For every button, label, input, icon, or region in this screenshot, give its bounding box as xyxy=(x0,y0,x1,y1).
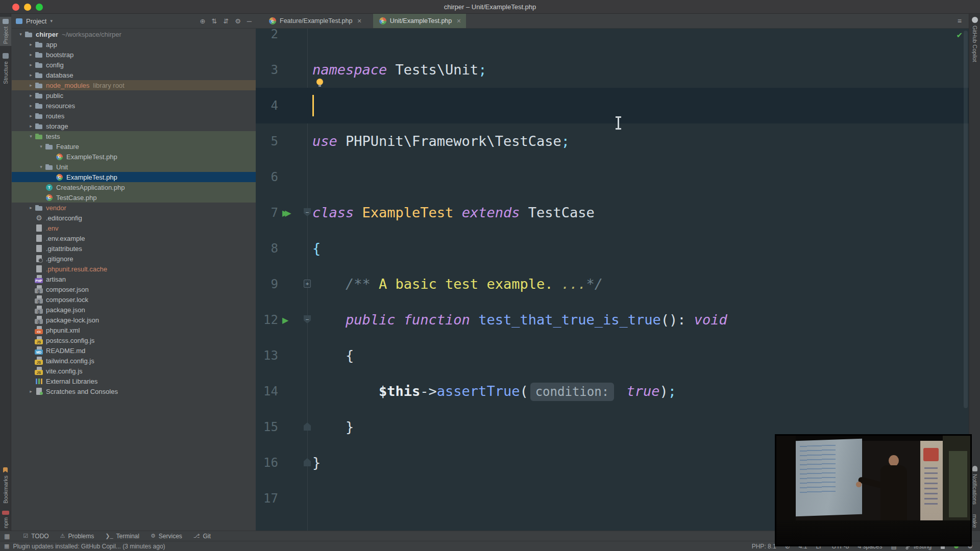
code-line-6[interactable]: 6 xyxy=(256,159,969,195)
close-tab-icon[interactable]: ✕ xyxy=(357,18,361,24)
tree-item-vendor[interactable]: ▸vendor xyxy=(12,203,256,213)
tree-item-feature[interactable]: ▾Feature xyxy=(12,141,256,152)
tree-item-package-json[interactable]: {}package.json xyxy=(12,305,256,315)
tree-item-unit[interactable]: ▾Unit xyxy=(12,162,256,172)
fold-minus-icon[interactable]: − xyxy=(304,208,311,216)
tree-item-postcss-config-js[interactable]: JSpostcss.config.js xyxy=(12,335,256,345)
tree-item-tailwind-config-js[interactable]: JStailwind.config.js xyxy=(12,356,256,366)
editor-options-icon[interactable]: ≡ xyxy=(958,14,969,28)
stripe-item-bookmarks[interactable]: Bookmarks xyxy=(3,467,9,504)
stripe-item-notifications[interactable]: Notifications xyxy=(972,466,978,505)
tree-item--gitignore[interactable]: .gitignore xyxy=(12,254,256,264)
tree-item-createsapplication-php[interactable]: TCreatesApplication.php xyxy=(12,182,256,192)
locate-icon[interactable]: ⊕ xyxy=(200,17,205,25)
tree-chevron-icon[interactable]: ▸ xyxy=(27,389,35,394)
tree-item-composer-lock[interactable]: {}composer.lock xyxy=(12,294,256,305)
tree-chevron-icon[interactable]: ▾ xyxy=(37,144,45,149)
tree-item--phpunit-result-cache[interactable]: .phpunit.result.cache xyxy=(12,264,256,274)
code-line-14[interactable]: 14 $this->assertTrue(condition: true); xyxy=(256,373,969,409)
hide-icon[interactable]: ─ xyxy=(247,17,252,25)
run-test-icon[interactable]: ▶ xyxy=(282,302,288,338)
window-titlebar[interactable]: chirper – Unit/ExampleTest.php xyxy=(0,0,980,14)
code-line-8[interactable]: 8{ xyxy=(256,231,969,266)
zoom-window-button[interactable] xyxy=(36,4,43,11)
tree-item-public[interactable]: ▸public xyxy=(12,90,256,101)
code-line-2[interactable]: 2 xyxy=(256,29,969,52)
tree-chevron-icon[interactable]: ▸ xyxy=(27,123,35,129)
stripe-item-structure[interactable]: Structure xyxy=(3,53,9,84)
tree-chevron-icon[interactable]: ▸ xyxy=(27,103,35,108)
tree-item-node-modules[interactable]: ▸node_moduleslibrary root xyxy=(12,80,256,90)
tree-item-external-libraries[interactable]: External Libraries xyxy=(12,376,256,386)
tree-item-config[interactable]: ▸config xyxy=(12,60,256,70)
tree-item--env[interactable]: .env xyxy=(12,223,256,233)
fold-plus-icon[interactable]: + xyxy=(304,280,311,288)
stripe-item-github-copilot[interactable]: GitHub Copilot xyxy=(972,17,978,62)
editor-tab-unit-exampletest-php[interactable]: CUnit/ExampleTest.php✕ xyxy=(373,14,467,28)
event-log-icon[interactable]: ▦ xyxy=(4,543,9,549)
tree-item-phpunit-xml[interactable]: <>phpunit.xml xyxy=(12,325,256,335)
code-line-5[interactable]: 5use PHPUnit\Framework\TestCase; xyxy=(256,123,969,159)
tree-item-testcase-php[interactable]: CTestCase.php xyxy=(12,192,256,203)
tree-chevron-icon[interactable]: ▸ xyxy=(27,72,35,78)
fold-end-icon[interactable] xyxy=(304,458,311,466)
code-line-4[interactable]: 4 xyxy=(256,88,969,123)
tree-item-chirper[interactable]: ▾chirper~/workspace/chirper xyxy=(12,29,256,39)
code-line-9[interactable]: 9+ /** A basic test example. ...*/ xyxy=(256,266,969,302)
editor-scrollbar[interactable] xyxy=(964,31,968,408)
code-line-7[interactable]: 7▶▶−class ExampleTest extends TestCase xyxy=(256,195,969,231)
tree-item-routes[interactable]: ▸routes xyxy=(12,111,256,121)
tree-item-artisan[interactable]: PHPartisan xyxy=(12,274,256,284)
tree-chevron-icon[interactable]: ▸ xyxy=(27,83,35,88)
run-class-icon[interactable]: ▶▶ xyxy=(282,195,291,231)
tree-item-storage[interactable]: ▸storage xyxy=(12,121,256,131)
editor-tab-feature-exampletest-php[interactable]: CFeature/ExampleTest.php✕ xyxy=(263,14,367,28)
toolbar-item-git[interactable]: ⎇Git xyxy=(193,533,211,540)
tree-item-database[interactable]: ▸database xyxy=(12,70,256,80)
close-tab-icon[interactable]: ✕ xyxy=(456,18,461,24)
code-line-13[interactable]: 13 { xyxy=(256,338,969,373)
stripe-item-npm[interactable]: npm xyxy=(2,511,9,528)
tree-item-composer-json[interactable]: {}composer.json xyxy=(12,284,256,294)
code-line-3[interactable]: 3namespace Tests\Unit; xyxy=(256,52,969,88)
minimize-window-button[interactable] xyxy=(24,4,31,11)
tree-item-readme-md[interactable]: MDREADME.md xyxy=(12,345,256,356)
toolbar-item-problems[interactable]: ⚠Problems xyxy=(60,533,94,540)
stripe-item-project[interactable]: Project xyxy=(0,17,11,46)
settings-icon[interactable]: ⚙ xyxy=(235,17,241,25)
tree-item-exampletest-php[interactable]: CExampleTest.php xyxy=(12,152,256,162)
toolbar-item-todo[interactable]: ☑TODO xyxy=(23,533,48,540)
expand-all-icon[interactable]: ⇅ xyxy=(211,17,217,25)
fold-minus-icon[interactable]: − xyxy=(304,315,311,323)
tree-item-package-lock-json[interactable]: {}package-lock.json xyxy=(12,315,256,325)
tree-chevron-icon[interactable]: ▸ xyxy=(27,93,35,98)
tree-item--env-example[interactable]: .env.example xyxy=(12,233,256,243)
status-php-8-1[interactable]: PHP: 8.1 xyxy=(752,543,776,550)
status-message[interactable]: Plugin updates installed: GitHub Copil..… xyxy=(13,543,165,550)
collapse-all-icon[interactable]: ⇵ xyxy=(223,17,229,25)
tree-chevron-icon[interactable]: ▸ xyxy=(27,52,35,57)
tree-chevron-icon[interactable]: ▸ xyxy=(27,205,35,210)
tree-item--gitattributes[interactable]: .gitattributes xyxy=(12,243,256,254)
tree-item-exampletest-php[interactable]: CExampleTest.php xyxy=(12,172,256,182)
tree-chevron-icon[interactable]: ▾ xyxy=(37,164,45,169)
stripe-item-make[interactable]: make xyxy=(972,512,978,528)
intention-bulb-icon[interactable] xyxy=(316,79,323,85)
tree-item-tests[interactable]: ▾tests xyxy=(12,131,256,141)
inspections-ok-icon[interactable]: ✔ xyxy=(956,31,963,40)
close-window-button[interactable] xyxy=(12,4,19,11)
tree-chevron-icon[interactable]: ▸ xyxy=(27,62,35,67)
tool-windows-icon[interactable]: ▦ xyxy=(4,533,10,540)
tree-chevron-icon[interactable]: ▾ xyxy=(17,32,24,37)
code-line-12[interactable]: 12▶− public function test_that_true_is_t… xyxy=(256,302,969,338)
fold-end-icon[interactable] xyxy=(304,422,311,431)
tree-item-vite-config-js[interactable]: JSvite.config.js xyxy=(12,366,256,376)
tree-chevron-icon[interactable]: ▾ xyxy=(27,134,35,139)
tree-chevron-icon[interactable]: ▸ xyxy=(27,113,35,118)
toolbar-item-services[interactable]: ⚙Services xyxy=(151,533,182,540)
tree-item-bootstrap[interactable]: ▸bootstrap xyxy=(12,49,256,60)
toolbar-item-terminal[interactable]: ❯_Terminal xyxy=(105,533,139,540)
tree-item-resources[interactable]: ▸resources xyxy=(12,101,256,111)
tree-item-scratches-and-consoles[interactable]: ▸Scratches and Consoles xyxy=(12,386,256,396)
tree-item-app[interactable]: ▸app xyxy=(12,39,256,49)
